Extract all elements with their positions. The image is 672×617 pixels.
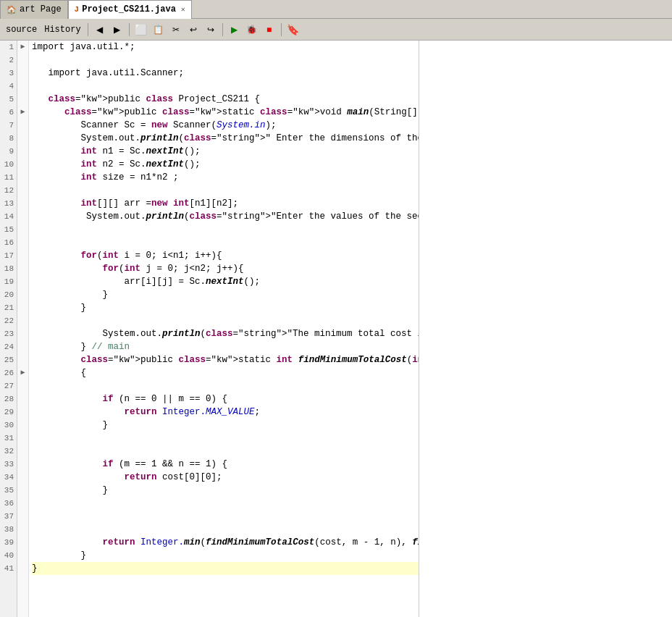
bookmark-button[interactable]: 🔖	[285, 22, 301, 38]
code-line-34[interactable]: return cost[0][0];	[32, 471, 419, 484]
tab-java-close[interactable]: ✕	[181, 5, 185, 14]
tab-java-icon: J	[75, 5, 80, 14]
code-line-10[interactable]: int n2 = Sc.nextInt();	[32, 158, 419, 171]
code-line-29[interactable]: return Integer.MAX_VALUE;	[32, 406, 419, 419]
right-pane	[419, 41, 672, 617]
code-line-41[interactable]: }	[32, 562, 419, 575]
history-menu[interactable]: History	[41, 25, 83, 35]
code-line-35[interactable]: }	[32, 484, 419, 497]
fold-indicator-19	[17, 275, 28, 288]
code-area[interactable]: import java.util.*; import java.util.Sca…	[29, 41, 419, 617]
line-num-23: 23	[3, 327, 14, 340]
code-line-33[interactable]: if (m == 1 && n == 1) {	[32, 458, 419, 471]
code-line-37[interactable]	[32, 510, 419, 523]
code-line-19[interactable]: arr[i][j] = Sc.nextInt();	[32, 275, 419, 288]
code-line-38[interactable]	[32, 523, 419, 536]
fold-indicator-6[interactable]: ▶	[17, 106, 28, 119]
line-num-35: 35	[3, 484, 14, 497]
fold-indicator-7	[17, 119, 28, 132]
cut-button[interactable]: ✂	[168, 22, 184, 38]
code-line-24[interactable]: } // main	[32, 340, 419, 353]
line-num-14: 14	[3, 210, 14, 223]
line-num-26: 26	[3, 366, 14, 379]
fold-indicator-17	[17, 249, 28, 262]
toolbar-sep-1	[88, 23, 88, 36]
stop-button[interactable]: ■	[261, 22, 277, 38]
tab-start[interactable]: 🏠 art Page	[0, 0, 68, 19]
paste-button[interactable]: 📋	[151, 22, 167, 38]
copy-button[interactable]: ⬜	[133, 22, 149, 38]
back-button[interactable]: ◀	[92, 22, 108, 38]
fold-indicator-2	[17, 54, 28, 67]
code-line-26[interactable]: {	[32, 366, 419, 379]
fold-indicator-22	[17, 314, 28, 327]
code-line-12[interactable]	[32, 184, 419, 197]
code-line-8[interactable]: System.out.println(class="string">" Ente…	[32, 132, 419, 145]
code-line-31[interactable]	[32, 432, 419, 445]
code-line-27[interactable]	[32, 379, 419, 393]
code-line-16[interactable]	[32, 236, 419, 249]
code-line-20[interactable]: }	[32, 288, 419, 301]
code-line-28[interactable]: if (n == 0 || m == 0) {	[32, 393, 419, 406]
line-num-8: 8	[3, 132, 14, 145]
code-line-17[interactable]: for(int i = 0; i<n1; i++){	[32, 249, 419, 262]
code-line-18[interactable]: for(int j = 0; j<n2; j++){	[32, 262, 419, 275]
fold-indicator-26[interactable]: ▶	[17, 366, 28, 379]
fold-indicator-29	[17, 406, 28, 419]
line-num-6: 6	[3, 106, 14, 119]
line-num-30: 30	[3, 419, 14, 432]
code-line-39[interactable]: return Integer.min(findMinimumTotalCost(…	[32, 536, 419, 549]
code-line-11[interactable]: int size = n1*n2 ;	[32, 171, 419, 184]
code-line-6[interactable]: class="kw">public class="kw">static clas…	[32, 106, 419, 119]
code-line-2[interactable]	[32, 54, 419, 67]
line-num-13: 13	[3, 197, 14, 210]
code-line-9[interactable]: int n1 = Sc.nextInt();	[32, 145, 419, 158]
line-num-12: 12	[3, 184, 14, 197]
code-line-4[interactable]	[32, 80, 419, 93]
editor-container: 1234567891011121314151617181920212223242…	[0, 41, 672, 617]
forward-button[interactable]: ▶	[109, 22, 125, 38]
line-num-5: 5	[3, 93, 14, 106]
line-num-22: 22	[3, 314, 14, 327]
code-line-15[interactable]	[32, 223, 419, 236]
line-num-2: 2	[3, 54, 14, 67]
code-line-30[interactable]: }	[32, 419, 419, 432]
undo-button[interactable]: ↩	[185, 22, 201, 38]
code-line-3[interactable]: import java.util.Scanner;	[32, 67, 419, 80]
fold-indicator-36	[17, 497, 28, 510]
fold-indicator-40	[17, 549, 28, 562]
line-num-21: 21	[3, 301, 14, 314]
code-line-5[interactable]: class="kw">public class Project_CS211 {	[32, 93, 419, 106]
source-menu[interactable]: source	[3, 25, 40, 35]
code-line-25[interactable]: class="kw">public class="kw">static int …	[32, 353, 419, 366]
fold-indicator-39	[17, 536, 28, 549]
line-num-25: 25	[3, 353, 14, 366]
code-line-7[interactable]: Scanner Sc = new Scanner(System.in);	[32, 119, 419, 132]
redo-button[interactable]: ↪	[203, 22, 219, 38]
code-line-36[interactable]	[32, 497, 419, 510]
debug-button[interactable]: 🐞	[244, 22, 260, 38]
fold-indicator-1[interactable]: ▶	[17, 41, 28, 54]
line-num-19: 19	[3, 275, 14, 288]
fold-indicator-30	[17, 419, 28, 432]
code-line-1[interactable]: import java.util.*;	[32, 41, 419, 54]
code-line-22[interactable]	[32, 314, 419, 327]
code-line-23[interactable]: System.out.println(class="string">"The m…	[32, 327, 419, 340]
run-button[interactable]: ▶	[227, 22, 243, 38]
line-num-11: 11	[3, 171, 14, 184]
tab-java[interactable]: J Project_CS211.java ✕	[68, 0, 192, 19]
code-line-40[interactable]: }	[32, 549, 419, 562]
line-num-36: 36	[3, 497, 14, 510]
code-line-14[interactable]: System.out.println(class="string">"Enter…	[32, 210, 419, 223]
line-num-3: 3	[3, 67, 14, 80]
fold-indicator-31	[17, 432, 28, 445]
code-line-21[interactable]: }	[32, 301, 419, 314]
line-num-17: 17	[3, 249, 14, 262]
code-line-13[interactable]: int[][] arr =new int[n1][n2];	[32, 197, 419, 210]
fold-indicator-41	[17, 562, 28, 575]
fold-indicator-5	[17, 93, 28, 106]
fold-indicator-18	[17, 262, 28, 275]
code-line-32[interactable]	[32, 445, 419, 458]
line-num-31: 31	[3, 432, 14, 445]
fold-indicator-4	[17, 80, 28, 93]
